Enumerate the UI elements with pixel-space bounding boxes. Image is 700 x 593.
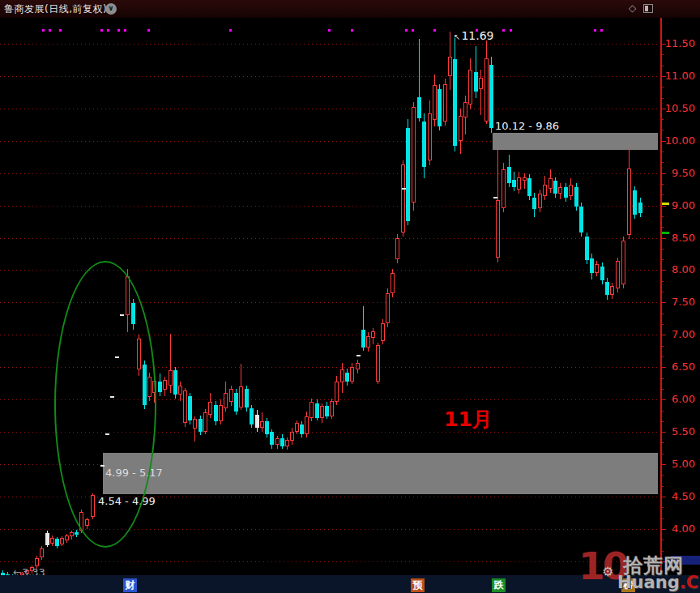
axis-price-label: 8.50 [672, 232, 695, 244]
chevron-down-icon[interactable]: ∨ [105, 3, 117, 15]
yellow-axis-tick [662, 203, 669, 205]
axis-price-label: 6.00 [672, 393, 695, 405]
axis-price-label: 11.00 [665, 70, 695, 82]
watermark-logo: 10 ⚙ 拾荒网 Huang.CN [577, 550, 700, 593]
watermark-domain: Huang.CN [617, 573, 700, 592]
axis-price-label: 6.50 [672, 360, 695, 373]
gear-icon: ⚙ [602, 564, 613, 579]
axis-price-label: 4.00 [672, 523, 695, 535]
axis-line [660, 0, 662, 575]
split-window-icon-fill [645, 6, 648, 11]
page-title: 鲁商发展(日线,前复权) [4, 2, 107, 16]
bottom-tab-0[interactable]: 财 [123, 578, 137, 592]
green-axis-tick [662, 232, 669, 234]
axis-price-label: 7.50 [672, 296, 695, 308]
axis-price-label: 9.50 [672, 167, 695, 179]
watermark-domain-red: .CN [680, 573, 700, 592]
axis-price-label: 5.50 [672, 425, 695, 437]
axis-price-label: 11.50 [665, 37, 695, 49]
watermark-domain-gray: Huang [617, 573, 680, 592]
app-window: 10.12 - 9.864.99 - 5.174.54 - 4.99↖11.69… [0, 0, 700, 593]
price-axis: 11.5011.0010.5010.009.509.008.508.007.50… [0, 0, 700, 593]
split-window-icon[interactable] [643, 4, 653, 13]
axis-price-label: 4.50 [672, 490, 695, 502]
axis-price-label: 9.00 [672, 199, 695, 211]
diamond-icon[interactable]: ◇ [629, 2, 636, 14]
bottom-tab-1[interactable]: 预 [411, 578, 425, 592]
axis-price-label: 10.50 [665, 102, 695, 114]
bottom-tab-2[interactable]: 跌 [492, 578, 506, 592]
axis-price-label: 5.00 [672, 458, 695, 470]
axis-price-label: 7.00 [672, 328, 695, 340]
title-bar: 鲁商发展(日线,前复权) ∨ ◇ [0, 0, 700, 18]
axis-price-label: 10.00 [665, 134, 695, 147]
axis-price-label: 8.00 [672, 263, 695, 275]
